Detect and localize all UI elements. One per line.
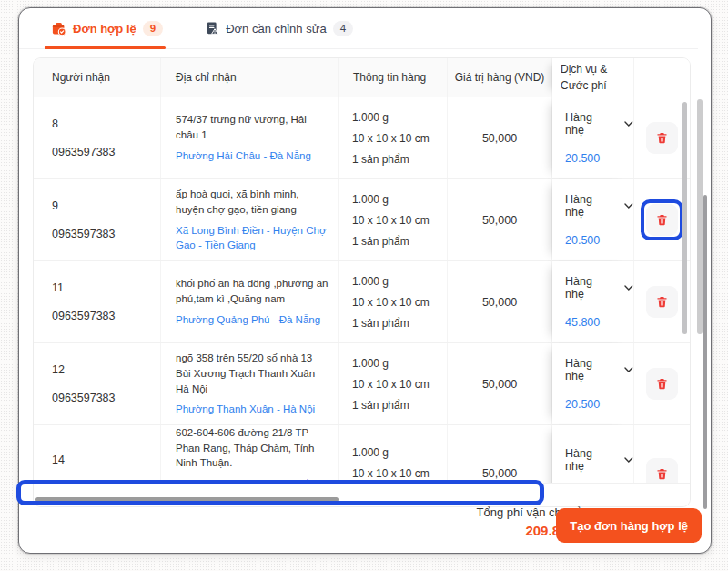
- goods-weight: 1.000 g: [352, 193, 389, 206]
- table-header: Người nhận Địa chỉ nhận Thông tin hàng G…: [34, 58, 690, 97]
- goods-dimensions: 10 x 10 x 10 cm: [352, 467, 430, 480]
- table-row: 12 0963597383 ngõ 358 trên 55/20 số nhà …: [34, 343, 690, 425]
- service-select[interactable]: Hàng nhẹ: [565, 275, 633, 301]
- order-review-modal: Đơn hợp lệ 9 Đơn cần chỉnh sửa 4 Người n…: [18, 7, 712, 554]
- service-fee-cell: Hàng nhẹ 20.500: [552, 97, 634, 178]
- goods-info-cell: 1.000 g 10 x 10 x 10 cm 1 sản phẩm: [339, 261, 448, 342]
- goods-dimensions: 10 x 10 x 10 cm: [352, 378, 430, 391]
- chevron-down-icon: [624, 121, 633, 127]
- goods-info-cell: 1.000 g 10 x 10 x 10 cm 1 sản phẩm: [339, 97, 448, 178]
- tab-bar: Đơn hợp lệ 9 Đơn cần chỉnh sửa 4: [19, 8, 698, 49]
- service-label: Hàng nhẹ: [565, 447, 612, 473]
- address-text: ấp hoà quoi, xã bình minh, huyện chợ gạo…: [176, 187, 330, 217]
- goods-quantity: 1 sản phẩm: [352, 317, 410, 330]
- horizontal-scrollbar-thumb[interactable]: [35, 497, 339, 502]
- trash-icon: [655, 467, 669, 481]
- goods-value: 50,000: [482, 214, 517, 227]
- delete-button[interactable]: [646, 286, 678, 318]
- recipient-cell: 12 0963597383: [34, 343, 161, 424]
- header-goods-value: Giá trị hàng (VND): [448, 58, 552, 97]
- actions-cell: [634, 261, 690, 342]
- goods-value: 50,000: [482, 132, 517, 145]
- delete-button[interactable]: [646, 122, 678, 154]
- address-text: khối phố an hà đông ,phường an phú,tam k…: [176, 276, 330, 306]
- tab-invalid-count: 4: [333, 21, 353, 36]
- chevron-down-icon: [624, 285, 633, 291]
- tab-valid-label: Đơn hợp lệ: [73, 22, 136, 36]
- modal-scrollbar-thumb[interactable]: [697, 99, 703, 334]
- address-cell: ngõ 358 trên 55/20 số nhà 13 Bùi Xương T…: [161, 343, 339, 424]
- address-text: 574/37 trưng nữ vương, Hải châu 1: [176, 112, 330, 142]
- goods-weight: 1.000 g: [352, 357, 389, 370]
- delete-button-wrap: [641, 281, 683, 322]
- goods-value-cell: 50,000: [448, 261, 552, 342]
- tab-invalid-orders[interactable]: Đơn cần chỉnh sửa 4: [205, 8, 353, 48]
- delete-button-wrap: [641, 199, 683, 240]
- goods-value: 50,000: [482, 296, 517, 309]
- goods-dimensions: 10 x 10 x 10 cm: [352, 214, 430, 227]
- service-select[interactable]: Hàng nhẹ: [565, 447, 633, 473]
- trash-icon: [655, 131, 669, 145]
- goods-value-cell: 50,000: [448, 97, 552, 178]
- actions-cell: [634, 343, 690, 424]
- service-label: Hàng nhẹ: [565, 193, 612, 219]
- service-select[interactable]: Hàng nhẹ: [565, 357, 633, 382]
- service-fee-cell: Hàng nhẹ 20.500: [552, 179, 634, 260]
- delete-button-wrap: [641, 454, 683, 484]
- address-text: ngõ 358 trên 55/20 số nhà 13 Bùi Xương T…: [176, 351, 330, 396]
- service-label: Hàng nhẹ: [565, 275, 612, 301]
- order-id: 12: [52, 363, 65, 376]
- recipient-cell: 14 0963597383: [34, 425, 161, 484]
- table-scrollbar-thumb[interactable]: [682, 102, 687, 334]
- goods-info-cell: 1.000 g 10 x 10 x 10 cm 1 sản phẩm: [339, 425, 448, 484]
- order-id: 8: [52, 117, 58, 130]
- ward-link[interactable]: Phường Quảng Phú - Đà Nẵng: [176, 312, 320, 328]
- header-actions: [634, 58, 690, 97]
- orders-table: Người nhận Địa chỉ nhận Thông tin hàng G…: [33, 57, 691, 507]
- chevron-down-icon: [624, 203, 633, 209]
- chevron-down-icon: [624, 367, 633, 372]
- chevron-down-icon: [624, 457, 633, 463]
- goods-info-cell: 1.000 g 10 x 10 x 10 cm 1 sản phẩm: [339, 343, 448, 424]
- service-label: Hàng nhẹ: [565, 357, 612, 382]
- recipient-phone: 0963597383: [52, 228, 116, 240]
- package-check-icon: [51, 21, 66, 36]
- goods-quantity: 1 sản phẩm: [352, 399, 410, 412]
- service-select[interactable]: Hàng nhẹ: [565, 111, 633, 137]
- service-fee-cell: Hàng nhẹ 20.500: [552, 343, 634, 424]
- service-label: Hàng nhẹ: [565, 111, 612, 137]
- header-recipient: Người nhận: [34, 58, 161, 97]
- page-scrollbar-thumb[interactable]: [703, 195, 707, 509]
- actions-cell: [634, 97, 690, 178]
- actions-cell: [634, 179, 690, 260]
- order-id: 9: [52, 199, 58, 212]
- create-valid-orders-button[interactable]: Tạo đơn hàng hợp lệ: [556, 508, 702, 543]
- recipient-cell: 11 0963597383: [34, 261, 161, 342]
- delete-button[interactable]: [646, 458, 678, 484]
- delete-button[interactable]: [646, 368, 678, 400]
- screen: Đơn hợp lệ 9 Đơn cần chỉnh sửa 4 Người n…: [0, 0, 728, 571]
- shipping-fee: 20.500: [565, 234, 600, 247]
- table-row: 8 0963597383 574/37 trưng nữ vương, Hải …: [34, 97, 690, 179]
- table-body: 8 0963597383 574/37 trưng nữ vương, Hải …: [34, 97, 690, 484]
- goods-quantity: 1 sản phẩm: [352, 153, 410, 166]
- goods-value-cell: 50,000: [448, 343, 552, 424]
- goods-value-cell: 50,000: [448, 425, 552, 484]
- address-cell: ấp hoà quoi, xã bình minh, huyện chợ gạo…: [161, 179, 339, 260]
- recipient-cell: 8 0963597383: [34, 97, 161, 178]
- tab-valid-orders[interactable]: Đơn hợp lệ 9: [51, 8, 163, 48]
- ward-link[interactable]: Phường Thanh Xuân - Hà Nội: [176, 402, 315, 417]
- trash-icon: [655, 377, 669, 391]
- ward-link[interactable]: Xã Long Bình Điền - Huyện Chợ Gạo - Tiền…: [176, 223, 330, 253]
- horizontal-scrollbar[interactable]: [34, 483, 690, 506]
- header-service-fee: Dịch vụ & Cước phí: [552, 58, 634, 97]
- header-goods-info: Thông tin hàng: [339, 58, 448, 97]
- ward-link[interactable]: Phường Hải Châu - Đà Nẵng: [176, 148, 311, 164]
- table-row: 14 0963597383 602-604-606 đường 21/8 TP …: [34, 425, 690, 484]
- recipient-phone: 0963597383: [52, 310, 116, 322]
- service-select[interactable]: Hàng nhẹ: [565, 193, 633, 219]
- goods-weight: 1.000 g: [352, 111, 389, 124]
- address-cell: 602-604-606 đường 21/8 TP Phan Rang, Thá…: [161, 425, 339, 484]
- delete-button[interactable]: [646, 204, 678, 236]
- recipient-cell: 9 0963597383: [34, 179, 161, 260]
